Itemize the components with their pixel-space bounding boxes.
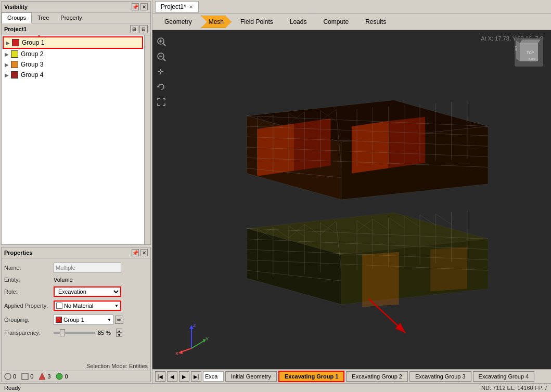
properties-panel-header: Properties 📌 ✕ <box>2 247 150 258</box>
group-name-3: Group 3 <box>21 61 43 68</box>
group-item-2[interactable]: ▶ Group 2 <box>3 49 143 59</box>
transparency-spinbutton[interactable]: ▲ ▼ <box>116 329 122 337</box>
group-item-4[interactable]: ▶ Group 4 <box>3 70 143 80</box>
pin-button[interactable]: 📌 <box>132 3 139 10</box>
nav-prev-button[interactable]: ◀ <box>167 371 177 382</box>
expand-arrow-4[interactable]: ▶ <box>5 72 11 78</box>
svg-point-5 <box>56 373 62 380</box>
transparency-increment[interactable]: ▲ <box>116 329 122 333</box>
name-input[interactable] <box>54 263 121 273</box>
svg-text:LEFT: LEFT <box>515 46 517 51</box>
rotate-tool[interactable] <box>155 81 168 93</box>
tab-mesh[interactable]: Mesh <box>201 16 232 28</box>
count-item-3: 3 <box>39 373 50 380</box>
stage-tab-exc3[interactable]: Excavating Group 3 <box>409 371 471 382</box>
svg-line-100 <box>191 341 204 348</box>
project-tab-label: Project1* <box>161 3 186 10</box>
grouping-select[interactable]: Group 1 ▼ <box>54 315 113 325</box>
project-tab[interactable]: Project1* ✕ <box>155 1 199 12</box>
entity-row: Entity: Volume <box>4 277 148 283</box>
grouping-color <box>56 317 62 323</box>
svg-rect-3 <box>22 373 28 380</box>
material-checkbox[interactable] <box>56 303 62 309</box>
viewport-tools: ✛ <box>155 35 168 108</box>
project-label: Project1 <box>4 26 27 32</box>
step-input[interactable] <box>203 371 224 382</box>
tab-results[interactable]: Results <box>357 16 394 28</box>
tab-geometry[interactable]: Geometry <box>157 16 200 28</box>
entity-value: Volume <box>54 277 148 283</box>
svg-marker-91 <box>520 40 541 43</box>
grouping-dropdown-arrow[interactable]: ▼ <box>107 318 111 322</box>
count-icon-4 <box>56 373 63 380</box>
project-header: Project1 ⊞ ⊟ <box>2 23 150 35</box>
status-bar: Ready ND: 7112 EL: 14160 FP: / <box>0 383 551 392</box>
applied-property-label: Applied Property: <box>4 303 54 309</box>
transparency-decrement[interactable]: ▼ <box>116 333 122 337</box>
fit-view-tool[interactable] <box>155 96 168 108</box>
count-icon-1 <box>4 373 11 380</box>
group-color-4 <box>11 71 18 79</box>
close-panel-button[interactable]: ✕ <box>140 3 148 10</box>
nav-last-button[interactable]: ▶| <box>191 371 201 382</box>
tab-tree[interactable]: Tree <box>32 12 55 23</box>
stage-tab-exc4[interactable]: Excavating Group 4 <box>473 371 535 382</box>
svg-line-7 <box>163 44 165 46</box>
transparency-label: Transparency: <box>4 330 54 336</box>
applied-property-select[interactable]: No Material ▼ <box>54 300 121 311</box>
slider-thumb[interactable] <box>60 329 65 336</box>
svg-text:Y: Y <box>206 336 209 342</box>
grouping-label: Grouping: <box>4 317 54 323</box>
tab-property[interactable]: Property <box>55 12 88 23</box>
group-name-1: Group 1 <box>22 39 44 46</box>
svg-marker-104 <box>178 350 183 354</box>
nav-first-button[interactable]: |◀ <box>155 371 165 382</box>
group-item-3[interactable]: ▶ Group 3 <box>3 59 143 70</box>
material-dropdown-arrow[interactable]: ▼ <box>114 304 119 308</box>
expand-arrow-1[interactable]: ▶ <box>6 40 12 46</box>
grouping-edit-button[interactable]: ✏ <box>115 316 123 324</box>
zoom-out-tool[interactable] <box>155 50 168 63</box>
stage-tab-exc2[interactable]: Excavating Group 2 <box>346 371 408 382</box>
axis-indicator: Z Y X <box>173 320 210 356</box>
name-label: Name: <box>4 265 54 271</box>
count-item-4: 0 <box>56 373 68 380</box>
status-coords: ND: 7112 EL: 14160 FP: / <box>481 385 547 391</box>
nav-play-button[interactable]: ▶ <box>179 371 189 382</box>
group-color-2 <box>11 50 18 58</box>
nav-cube[interactable]: TOP BACK LEFT <box>512 35 546 69</box>
group-name-2: Group 2 <box>21 50 43 58</box>
pan-tool[interactable]: ✛ <box>155 66 168 78</box>
expand-arrow-2[interactable]: ▶ <box>5 51 11 57</box>
svg-marker-21 <box>352 121 389 174</box>
groups-scrollbar[interactable] <box>144 35 150 244</box>
mesh-3d-view <box>152 30 551 369</box>
tab-loads[interactable]: Loads <box>282 16 315 28</box>
svg-marker-20 <box>294 119 331 171</box>
expand-all-button[interactable]: ⊞ <box>130 25 138 33</box>
tab-field-points[interactable]: Field Points <box>233 16 281 28</box>
groups-list: ▶ Group 1 <box>2 35 144 244</box>
prop-close-button[interactable]: ✕ <box>140 249 148 256</box>
expand-arrow-3[interactable]: ▶ <box>5 62 11 68</box>
group-name-4: Group 4 <box>21 71 43 79</box>
stage-tab-initial[interactable]: Initial Geometry <box>225 371 277 382</box>
transparency-slider[interactable] <box>54 332 95 334</box>
prop-pin-button[interactable]: 📌 <box>132 249 139 256</box>
group-item-1[interactable]: ▶ Group 1 <box>3 36 143 49</box>
main-viewport[interactable]: ✛ <box>152 30 551 369</box>
visibility-title: Visibility <box>4 4 28 10</box>
count-icon-3 <box>39 373 46 380</box>
tab-groups[interactable]: Groups <box>2 12 32 23</box>
svg-text:✛: ✛ <box>158 68 164 76</box>
stage-tab-exc1[interactable]: Excavating Group 1 <box>278 371 344 382</box>
svg-marker-88 <box>362 252 399 307</box>
transparency-value: 85 % <box>98 330 113 336</box>
project-tab-close[interactable]: ✕ <box>189 4 193 10</box>
svg-text:TOP: TOP <box>527 51 534 55</box>
role-select[interactable]: Excavation <box>54 286 121 297</box>
title-bar: Project1* ✕ <box>152 0 551 14</box>
tab-compute[interactable]: Compute <box>315 16 356 28</box>
zoom-in-tool[interactable] <box>155 35 168 48</box>
collapse-all-button[interactable]: ⊟ <box>139 25 148 33</box>
